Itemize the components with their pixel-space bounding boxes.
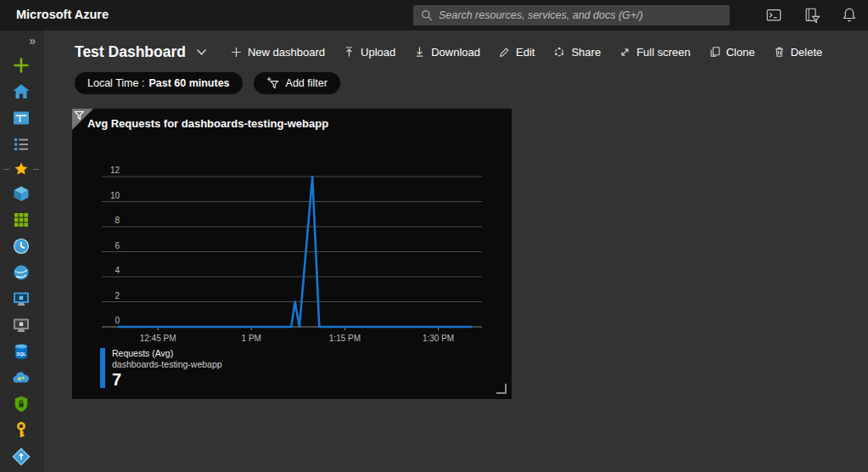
sql-database-icon: SQL — [11, 341, 31, 362]
legend-metric-name: Requests (Avg) — [112, 348, 222, 359]
metric-tile[interactable]: Avg Requests for dashboards-testing-weba… — [72, 109, 512, 399]
svg-text:12:45 PM: 12:45 PM — [140, 334, 176, 343]
cloud-gears-icon — [11, 368, 31, 388]
dashboard-title: Test Dashboard — [75, 43, 186, 61]
svg-text:1 PM: 1 PM — [242, 334, 261, 343]
download-button[interactable]: Download — [405, 46, 490, 59]
add-funnel-icon — [266, 76, 280, 90]
sidebar-item-home[interactable] — [11, 81, 31, 102]
favorites-divider — [3, 169, 9, 170]
chevron-down-icon — [196, 48, 207, 56]
toolbar-label: Share — [571, 46, 601, 59]
svg-text:2: 2 — [115, 291, 120, 301]
sidebar-item-create-resource[interactable] — [11, 55, 31, 76]
sidebar-item-all-services[interactable] — [11, 134, 31, 155]
toolbar-label: Clone — [726, 46, 755, 59]
upload-button[interactable]: Upload — [334, 46, 405, 59]
dashboard-toolbar: New dashboard Upload Download Edit Share — [221, 46, 832, 59]
requests-line-chart: 02468101212:45 PM1 PM1:15 PM1:30 PM — [100, 166, 496, 346]
diamond-arrows-icon — [11, 447, 31, 467]
grid-icon — [11, 210, 31, 230]
clone-icon — [709, 46, 720, 58]
sidebar-item-cloud-services[interactable] — [11, 368, 31, 388]
cube-icon — [11, 183, 31, 204]
directory-filter-icon[interactable] — [804, 7, 820, 24]
dashboard-selector-button[interactable] — [196, 48, 207, 56]
svg-text:SQL: SQL — [16, 351, 26, 357]
edit-pencil-icon — [499, 47, 510, 58]
tile-title: Avg Requests for dashboards-testing-weba… — [87, 117, 328, 130]
sidebar: » — [0, 31, 43, 472]
home-icon — [11, 81, 31, 102]
time-range-filter-pill[interactable]: Local Time : Past 60 minutes — [75, 72, 243, 94]
add-filter-pill[interactable]: Add filter — [254, 72, 340, 94]
sidebar-item-traffic-manager[interactable] — [11, 447, 31, 467]
azure-brand-title: Microsoft Azure — [16, 8, 109, 21]
download-icon — [414, 46, 425, 58]
chart-legend: Requests (Avg) dashboards-testing-webapp… — [100, 348, 222, 390]
add-filter-label: Add filter — [286, 77, 328, 89]
search-icon — [421, 9, 433, 21]
cloud-shell-icon[interactable] — [765, 7, 782, 24]
delete-button[interactable]: Delete — [764, 46, 832, 59]
sidebar-item-all-resources[interactable] — [11, 183, 31, 204]
svg-text:4: 4 — [115, 266, 120, 275]
legend-metric-value: 7 — [112, 370, 222, 390]
sidebar-item-dashboard[interactable] — [11, 108, 31, 128]
sidebar-item-app-services[interactable] — [11, 262, 31, 283]
time-filter-prefix: Local Time : — [87, 77, 144, 89]
sidebar-item-virtual-machines-classic[interactable] — [11, 315, 31, 335]
sidebar-item-recent[interactable] — [11, 236, 31, 256]
toolbar-label: Download — [431, 46, 480, 59]
vm-icon — [11, 289, 31, 309]
sidebar-item-virtual-machines[interactable] — [11, 289, 31, 309]
toolbar-label: Upload — [361, 46, 395, 59]
legend-color-bar — [100, 348, 105, 388]
global-search[interactable] — [413, 5, 730, 25]
share-icon — [553, 46, 565, 58]
toolbar-label: Edit — [516, 46, 535, 59]
tile-resize-handle[interactable] — [496, 384, 507, 394]
funnel-icon — [74, 110, 85, 121]
dashboard-header: Test Dashboard New dashboard Upload Down… — [75, 40, 832, 64]
globe-icon — [11, 262, 31, 283]
star-icon — [13, 160, 30, 177]
sidebar-expand-button[interactable]: » — [0, 31, 42, 48]
new-dashboard-button[interactable]: New dashboard — [221, 46, 334, 59]
toolbar-label: New dashboard — [248, 46, 325, 59]
notifications-bell-icon[interactable] — [842, 7, 857, 24]
sidebar-item-favorites[interactable] — [0, 160, 42, 177]
main-content: Test Dashboard New dashboard Upload Down… — [43, 31, 868, 472]
search-input[interactable] — [439, 9, 722, 21]
svg-text:1:30 PM: 1:30 PM — [423, 334, 454, 343]
share-button[interactable]: Share — [544, 46, 610, 59]
double-chevron-right-icon: » — [29, 34, 35, 48]
time-filter-value: Past 60 minutes — [148, 77, 229, 89]
legend-resource-name: dashboards-testing-webapp — [112, 359, 222, 370]
upload-icon — [344, 46, 355, 58]
toolbar-label: Delete — [791, 46, 823, 59]
plus-icon — [231, 47, 242, 58]
vm-classic-icon — [11, 315, 31, 335]
fullscreen-icon — [619, 47, 630, 58]
sidebar-item-key-vaults[interactable] — [11, 420, 31, 441]
toolbar-label: Full screen — [636, 46, 691, 59]
delete-trash-icon — [774, 46, 785, 58]
clock-icon — [11, 236, 31, 256]
svg-text:6: 6 — [115, 241, 120, 250]
svg-text:1:15 PM: 1:15 PM — [329, 334, 361, 343]
list-icon — [11, 134, 31, 155]
fullscreen-button[interactable]: Full screen — [610, 46, 700, 59]
svg-text:12: 12 — [110, 166, 120, 175]
svg-text:10: 10 — [110, 191, 120, 200]
topbar: Microsoft Azure — [0, 0, 868, 31]
favorites-divider — [33, 169, 39, 170]
sidebar-item-sql-databases[interactable]: SQL — [11, 341, 31, 362]
filter-bar: Local Time : Past 60 minutes Add filter — [75, 72, 340, 94]
sidebar-item-security-center[interactable] — [11, 394, 31, 414]
dashboard-icon — [11, 108, 31, 128]
sidebar-item-resource-groups[interactable] — [11, 210, 31, 230]
shield-lock-icon — [11, 394, 31, 414]
clone-button[interactable]: Clone — [700, 46, 764, 59]
edit-button[interactable]: Edit — [490, 46, 544, 59]
